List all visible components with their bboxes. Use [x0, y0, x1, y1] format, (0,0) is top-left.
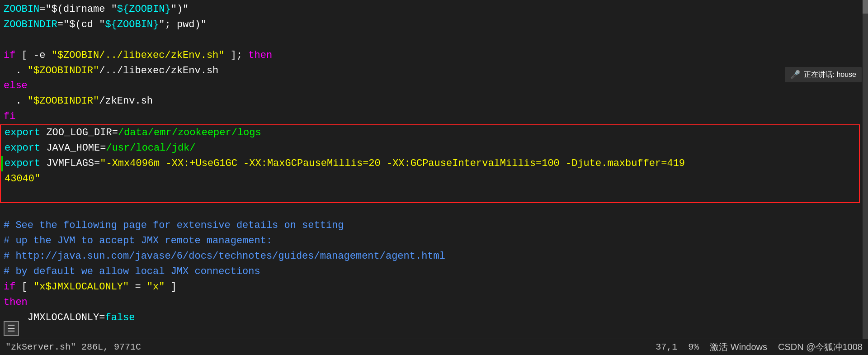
code-line-comment3: # http://java.sun.com/javase/6/docs/tech…: [0, 249, 868, 264]
code-line-7: . "$ZOOBINDIR"/zkEnv.sh: [0, 94, 868, 109]
csdn-label: CSDN @今狐冲1008: [778, 341, 863, 353]
code-line-if2: if [ "x$JMXLOCALONLY" = "x" ]: [0, 279, 868, 295]
code-line-6: else: [0, 78, 868, 94]
code-line-4: if [ -e "$ZOOBIN/../libexec/zkEnv.sh" ];…: [0, 48, 868, 63]
scroll-percent: 9%: [688, 342, 699, 352]
code-line-comment4: # by default we allow local JMX connecti…: [0, 264, 868, 279]
code-line-empty2: [0, 203, 868, 218]
scrollbar-thumb[interactable]: [863, 0, 868, 14]
code-line-3: [0, 33, 868, 48]
code-line-export3-cont: 43040": [1, 171, 859, 187]
code-line-export3: export JVMFLAGS="-Xmx4096m -XX:+UseG1GC …: [1, 156, 859, 171]
code-area: ZOOBIN="$(dirname "${ZOOBIN}")" ZOOBINDI…: [0, 0, 868, 343]
status-left: "zkServer.sh" 286L, 9771C: [5, 342, 141, 352]
code-line-export1: export ZOO_LOG_DIR=/data/emr/zookeeper/l…: [1, 125, 859, 141]
code-line-empty: [1, 187, 859, 202]
code-line-export2: export JAVA_HOME=/usr/local/jdk/: [1, 141, 859, 156]
code-line-8: fi: [0, 109, 868, 124]
code-line-then: then: [0, 295, 868, 310]
status-bar: "zkServer.sh" 286L, 9771C 37,1 9% 激活 Win…: [0, 339, 868, 355]
file-info: "zkServer.sh" 286L, 9771C: [5, 342, 141, 352]
code-line-5: . "$ZOOBINDIR"/../libexec/zkEnv.sh: [0, 63, 868, 79]
windows-label: 激活 Windows: [710, 341, 767, 353]
code-line-2: ZOOBINDIR="$(cd "${ZOOBIN}"; pwd)": [0, 17, 868, 33]
list-icon[interactable]: ☰: [4, 321, 19, 336]
scrollbar[interactable]: [863, 0, 868, 355]
cursor-position: 37,1: [656, 342, 677, 352]
status-right: 37,1 9% 激活 Windows CSDN @今狐冲1008: [656, 341, 863, 353]
editor-container: ZOOBIN="$(dirname "${ZOOBIN}")" ZOOBINDI…: [0, 0, 868, 355]
mic-icon: 🎤: [790, 70, 800, 80]
speaking-label: 正在讲话: house: [804, 70, 856, 80]
code-line-comment2: # up the JVM to accept JMX remote manage…: [0, 233, 868, 249]
code-line-comment1: # See the following page for extensive d…: [0, 218, 868, 233]
list-icon-area: ☰: [4, 321, 19, 336]
code-line-jmx: JMXLOCALONLY=false: [0, 310, 868, 326]
speaking-widget: 🎤 正在讲话: house: [785, 67, 862, 82]
highlighted-block: export ZOO_LOG_DIR=/data/emr/zookeeper/l…: [0, 124, 860, 203]
code-line-1: ZOOBIN="$(dirname "${ZOOBIN}")": [0, 2, 868, 17]
